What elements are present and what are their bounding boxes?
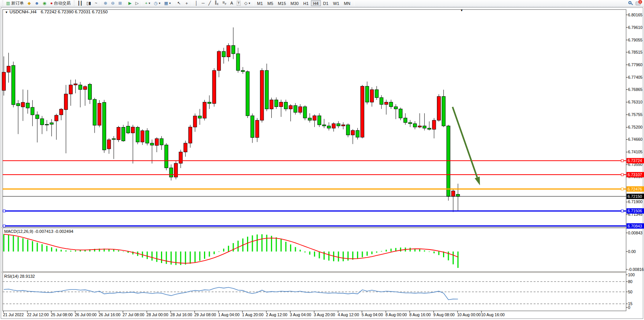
candle-body[interactable] <box>21 102 25 107</box>
candle-body[interactable] <box>442 97 445 126</box>
candle-body[interactable] <box>212 70 216 103</box>
candle-body[interactable] <box>88 84 92 99</box>
candle-body[interactable] <box>169 168 173 177</box>
candle-body[interactable] <box>50 123 53 124</box>
candle-body[interactable] <box>83 86 87 89</box>
candle-body[interactable] <box>59 109 63 115</box>
candle-body[interactable] <box>107 140 111 149</box>
candle-body[interactable] <box>322 125 326 126</box>
candle-body[interactable] <box>356 131 359 137</box>
candle-body[interactable] <box>399 109 402 118</box>
candle-body[interactable] <box>270 100 273 109</box>
candle-body[interactable] <box>231 46 235 54</box>
candle-body[interactable] <box>408 123 412 124</box>
candle-body[interactable] <box>317 116 321 125</box>
candle-body[interactable] <box>227 46 230 57</box>
candle-body[interactable] <box>184 143 187 152</box>
candle-body[interactable] <box>102 102 106 150</box>
candle-body[interactable] <box>389 102 393 107</box>
candle-body[interactable] <box>255 120 259 137</box>
candle-body[interactable] <box>78 85 82 89</box>
candle-body[interactable] <box>341 125 345 126</box>
candle-body[interactable] <box>447 126 450 196</box>
candle-body[interactable] <box>332 124 335 128</box>
collapse-triangle-icon[interactable]: ▼ <box>5 11 8 14</box>
candle-body[interactable] <box>394 107 397 109</box>
candle-body[interactable] <box>26 103 29 108</box>
candle-body[interactable] <box>404 118 407 123</box>
candle-body[interactable] <box>337 124 340 126</box>
candle-body[interactable] <box>365 86 369 102</box>
candle-body[interactable] <box>375 90 378 98</box>
candle-body[interactable] <box>313 116 316 120</box>
candle-body[interactable] <box>294 105 297 112</box>
candle-body[interactable] <box>141 131 144 142</box>
candle-body[interactable] <box>260 70 264 120</box>
candle-body[interactable] <box>361 86 364 137</box>
trend-arrow-shaft[interactable] <box>453 107 477 177</box>
candle-body[interactable] <box>40 119 44 125</box>
candle-body[interactable] <box>451 191 455 196</box>
chart-shift-marker[interactable]: ▼ <box>460 9 463 12</box>
candle-body[interactable] <box>45 124 49 125</box>
candle-body[interactable] <box>418 126 421 127</box>
candle-body[interactable] <box>179 152 182 163</box>
candle-body[interactable] <box>432 120 436 129</box>
candle-body[interactable] <box>64 94 68 110</box>
candle-body[interactable] <box>217 51 221 70</box>
candle-body[interactable] <box>165 145 168 168</box>
candle-body[interactable] <box>308 118 311 120</box>
candle-body[interactable] <box>413 124 417 127</box>
candle-body[interactable] <box>198 116 201 118</box>
candle-body[interactable] <box>208 102 211 103</box>
candle-body[interactable] <box>456 194 460 196</box>
candle-body[interactable] <box>126 126 130 133</box>
candle-body[interactable] <box>222 51 225 57</box>
candle-body[interactable] <box>380 98 383 105</box>
candle-body[interactable] <box>136 127 139 142</box>
candle-body[interactable] <box>188 127 192 143</box>
candle-body[interactable] <box>427 128 431 129</box>
candle-body[interactable] <box>122 127 125 141</box>
candle-body[interactable] <box>327 126 331 128</box>
candle-body[interactable] <box>193 116 197 127</box>
candle-body[interactable] <box>289 105 292 109</box>
candle-body[interactable] <box>74 84 77 85</box>
chart-canvas[interactable]: 6.801656.796106.790556.785156.779606.774… <box>0 0 644 320</box>
candle-body[interactable] <box>31 107 34 115</box>
candle-body[interactable] <box>437 97 440 120</box>
trend-arrow-head[interactable] <box>475 177 480 185</box>
candle-body[interactable] <box>145 131 149 143</box>
candle-body[interactable] <box>35 115 39 119</box>
candle-body[interactable] <box>55 115 58 121</box>
candle-body[interactable] <box>279 102 283 107</box>
candle-body[interactable] <box>155 139 158 145</box>
candle-body[interactable] <box>203 102 206 118</box>
candle-body[interactable] <box>160 139 163 145</box>
candle-body[interactable] <box>93 99 96 125</box>
candle-body[interactable] <box>423 126 426 128</box>
candle-body[interactable] <box>69 85 72 94</box>
candle-body[interactable] <box>2 72 6 91</box>
candle-body[interactable] <box>303 107 307 118</box>
candle-body[interactable] <box>346 125 350 135</box>
candle-body[interactable] <box>274 100 278 107</box>
candle-body[interactable] <box>298 107 302 112</box>
candle-body[interactable] <box>131 127 135 133</box>
candle-body[interactable] <box>112 139 115 139</box>
candle-body[interactable] <box>150 143 154 145</box>
candle-body[interactable] <box>98 103 101 125</box>
candle-body[interactable] <box>265 70 268 109</box>
candle-body[interactable] <box>284 102 288 109</box>
candle-body[interactable] <box>384 102 388 104</box>
candle-body[interactable] <box>236 54 240 70</box>
candle-body[interactable] <box>351 131 354 135</box>
candle-body[interactable] <box>7 66 10 72</box>
candle-body[interactable] <box>370 90 374 102</box>
candle-body[interactable] <box>12 65 15 105</box>
candle-body[interactable] <box>246 72 249 116</box>
candle-body[interactable] <box>117 127 120 140</box>
candle-body[interactable] <box>241 70 245 72</box>
candle-body[interactable] <box>16 103 20 106</box>
candle-body[interactable] <box>251 116 254 137</box>
